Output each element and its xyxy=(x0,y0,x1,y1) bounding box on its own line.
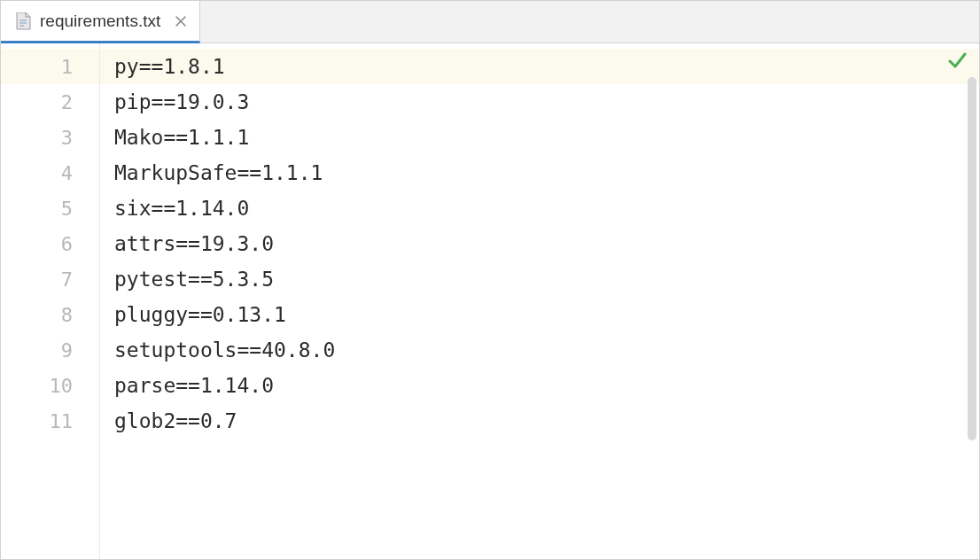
code-line: py==1.8.1 xyxy=(100,49,979,84)
code-line: six==1.14.0 xyxy=(100,191,979,226)
line-number: 4 xyxy=(1,155,99,191)
code-line: parse==1.14.0 xyxy=(100,368,979,403)
code-line: setuptools==40.8.0 xyxy=(100,332,979,368)
line-number: 3 xyxy=(1,120,99,155)
line-number-gutter: 1 2 3 4 5 6 7 8 9 10 11 xyxy=(1,43,100,559)
code-line: pip==19.0.3 xyxy=(100,84,979,120)
code-line: Mako==1.1.1 xyxy=(100,120,979,155)
line-number: 9 xyxy=(1,332,99,368)
line-number: 8 xyxy=(1,297,99,332)
line-number: 1 xyxy=(1,49,99,84)
text-file-icon xyxy=(15,12,31,30)
tab-label: requirements.txt xyxy=(40,12,160,31)
code-line: MarkupSafe==1.1.1 xyxy=(100,155,979,191)
line-number: 11 xyxy=(1,403,99,439)
editor-area: 1 2 3 4 5 6 7 8 9 10 11 py==1.8.1 pip==1… xyxy=(1,43,979,559)
code-area[interactable]: py==1.8.1 pip==19.0.3 Mako==1.1.1 Markup… xyxy=(100,43,979,559)
code-line: attrs==19.3.0 xyxy=(100,226,979,261)
close-icon[interactable] xyxy=(175,15,187,27)
line-number: 5 xyxy=(1,191,99,226)
code-line: pytest==5.3.5 xyxy=(100,261,979,297)
line-number: 7 xyxy=(1,261,99,297)
vertical-scrollbar[interactable] xyxy=(968,77,976,440)
line-number: 10 xyxy=(1,368,99,403)
code-line: pluggy==0.13.1 xyxy=(100,297,979,332)
tab-active[interactable]: requirements.txt xyxy=(1,1,200,43)
line-number: 6 xyxy=(1,226,99,261)
tab-bar: requirements.txt xyxy=(1,1,979,43)
code-line: glob2==0.7 xyxy=(100,403,979,439)
inspection-ok-icon[interactable] xyxy=(947,51,967,70)
line-number: 2 xyxy=(1,84,99,120)
